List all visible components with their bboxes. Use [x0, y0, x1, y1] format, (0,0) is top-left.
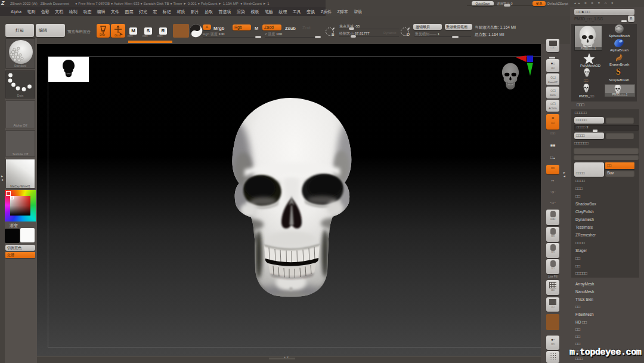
svg-text:D: D — [407, 32, 410, 36]
svg-text:Gzm: Gzm — [114, 33, 121, 37]
svg-text:Drw: Drw — [100, 33, 105, 36]
svg-text:S: S — [332, 32, 335, 36]
